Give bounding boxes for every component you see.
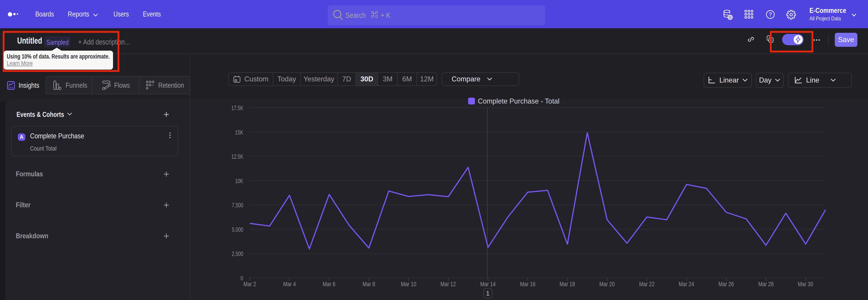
svg-text:?: ? [769,11,772,18]
